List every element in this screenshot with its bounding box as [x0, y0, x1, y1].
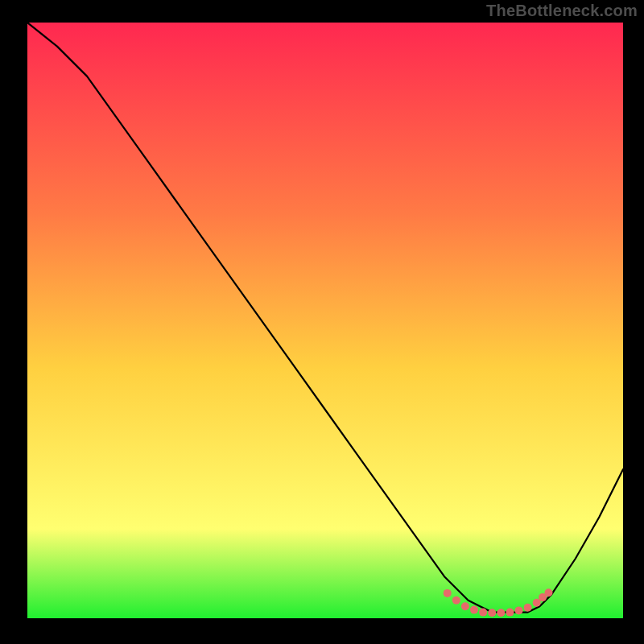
chart-frame: TheBottleneck.com	[0, 0, 644, 644]
sweet-spot-marker	[461, 602, 469, 610]
sweet-spot-marker	[479, 609, 487, 617]
chart-svg	[27, 23, 623, 618]
watermark-text: TheBottleneck.com	[486, 2, 638, 20]
sweet-spot-marker	[533, 599, 541, 607]
sweet-spot-marker	[488, 609, 496, 617]
sweet-spot-marker	[506, 609, 514, 617]
sweet-spot-marker	[515, 606, 523, 614]
sweet-spot-marker	[452, 597, 460, 605]
sweet-spot-marker	[524, 604, 532, 612]
gradient-background	[27, 23, 623, 618]
sweet-spot-marker	[470, 606, 478, 614]
sweet-spot-marker	[444, 589, 452, 597]
plot-area	[27, 23, 623, 618]
sweet-spot-marker	[545, 588, 553, 597]
sweet-spot-marker	[497, 609, 505, 617]
